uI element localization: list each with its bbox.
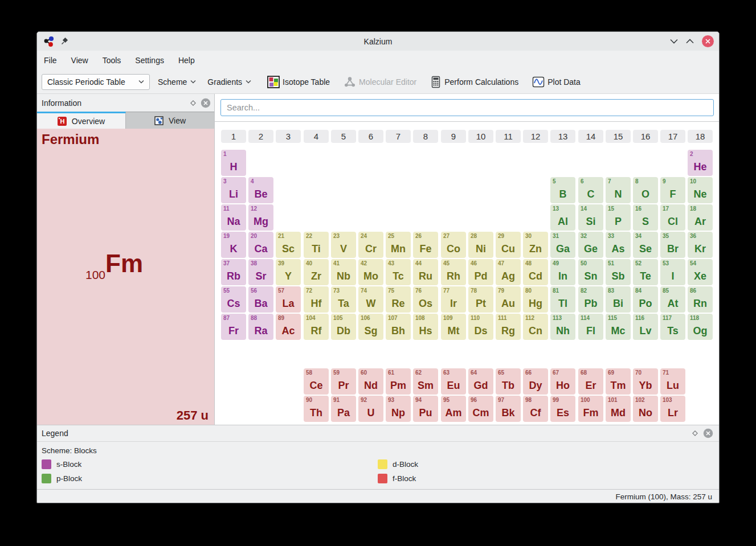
element-cell-Br[interactable]: 35Br: [660, 232, 685, 258]
element-cell-Bh[interactable]: 107Bh: [386, 314, 411, 340]
element-cell-No[interactable]: 102No: [633, 396, 658, 422]
element-cell-Pd[interactable]: 46Pd: [468, 259, 493, 285]
element-cell-Fe[interactable]: 26Fe: [413, 232, 438, 258]
element-cell-Hg[interactable]: 80Hg: [523, 286, 548, 313]
element-cell-K[interactable]: 19K: [221, 232, 246, 258]
element-cell-Nh[interactable]: 113Nh: [550, 314, 575, 340]
element-cell-Ho[interactable]: 67Ho: [550, 368, 575, 395]
element-cell-Se[interactable]: 34Se: [633, 232, 658, 258]
element-cell-Tc[interactable]: 43Tc: [386, 259, 411, 285]
element-cell-Zn[interactable]: 30Zn: [523, 232, 548, 258]
element-cell-Zr[interactable]: 40Zr: [304, 259, 329, 285]
element-cell-He[interactable]: 2He: [688, 150, 713, 176]
element-cell-Og[interactable]: 118Og: [688, 314, 713, 340]
element-cell-F[interactable]: 9F: [660, 177, 685, 203]
element-cell-Ba[interactable]: 56Ba: [248, 286, 273, 313]
tab-overview[interactable]: H Overview: [37, 112, 126, 129]
element-cell-Re[interactable]: 75Re: [386, 286, 411, 313]
element-cell-Mt[interactable]: 109Mt: [441, 314, 466, 340]
element-cell-Sm[interactable]: 62Sm: [413, 368, 438, 395]
element-cell-La[interactable]: 57La: [276, 286, 301, 313]
element-cell-Ne[interactable]: 10Ne: [688, 177, 713, 203]
element-cell-Ge[interactable]: 32Ge: [578, 232, 603, 258]
element-cell-Yb[interactable]: 70Yb: [633, 368, 658, 395]
element-cell-Cr[interactable]: 24Cr: [358, 232, 383, 258]
element-cell-Mc[interactable]: 115Mc: [606, 314, 631, 340]
element-cell-Cd[interactable]: 48Cd: [523, 259, 548, 285]
element-cell-Np[interactable]: 93Np: [386, 396, 411, 422]
element-cell-Ta[interactable]: 73Ta: [331, 286, 356, 313]
element-cell-Cs[interactable]: 55Cs: [221, 286, 246, 313]
element-cell-Ds[interactable]: 110Ds: [468, 314, 493, 340]
element-cell-Te[interactable]: 52Te: [633, 259, 658, 285]
element-cell-Lr[interactable]: 103Lr: [660, 396, 685, 422]
element-cell-Hs[interactable]: 108Hs: [413, 314, 438, 340]
element-cell-W[interactable]: 74W: [358, 286, 383, 313]
element-cell-C[interactable]: 6C: [578, 177, 603, 203]
element-cell-Al[interactable]: 13Al: [550, 204, 575, 231]
element-cell-Ce[interactable]: 58Ce: [304, 368, 329, 395]
table-type-select[interactable]: Classic Periodic Table: [42, 74, 150, 90]
element-cell-Pa[interactable]: 91Pa: [331, 396, 356, 422]
element-cell-Rn[interactable]: 86Rn: [688, 286, 713, 313]
element-cell-Tm[interactable]: 69Tm: [606, 368, 631, 395]
element-cell-Bk[interactable]: 97Bk: [496, 396, 521, 422]
element-cell-Pm[interactable]: 61Pm: [386, 368, 411, 395]
element-cell-O[interactable]: 8O: [633, 177, 658, 203]
element-cell-Cl[interactable]: 17Cl: [660, 204, 685, 231]
element-cell-U[interactable]: 92U: [358, 396, 383, 422]
element-cell-Xe[interactable]: 54Xe: [688, 259, 713, 285]
element-cell-Ni[interactable]: 28Ni: [468, 232, 493, 258]
perform-calculations-button[interactable]: Perform Calculations: [430, 76, 518, 88]
element-cell-Cf[interactable]: 98Cf: [523, 396, 548, 422]
element-cell-B[interactable]: 5B: [550, 177, 575, 203]
isotope-table-button[interactable]: Isotope Table: [267, 76, 330, 88]
element-cell-Ag[interactable]: 47Ag: [496, 259, 521, 285]
search-input[interactable]: [220, 99, 714, 116]
menu-item-help[interactable]: Help: [178, 56, 195, 65]
element-cell-Ra[interactable]: 88Ra: [248, 314, 273, 340]
element-cell-Ts[interactable]: 117Ts: [660, 314, 685, 340]
gradients-button[interactable]: Gradients: [207, 77, 251, 87]
element-cell-I[interactable]: 53I: [660, 259, 685, 285]
element-cell-Cn[interactable]: 112Cn: [523, 314, 548, 340]
element-cell-Sc[interactable]: 21Sc: [276, 232, 301, 258]
element-cell-Pr[interactable]: 59Pr: [331, 368, 356, 395]
element-cell-Rh[interactable]: 45Rh: [441, 259, 466, 285]
element-cell-Ac[interactable]: 89Ac: [276, 314, 301, 340]
tab-view[interactable]: View: [126, 112, 214, 129]
element-cell-Nb[interactable]: 41Nb: [331, 259, 356, 285]
element-cell-Ar[interactable]: 18Ar: [688, 204, 713, 231]
element-cell-N[interactable]: 7N: [606, 177, 631, 203]
element-cell-Rb[interactable]: 37Rb: [221, 259, 246, 285]
element-cell-Lu[interactable]: 71Lu: [660, 368, 685, 395]
element-cell-As[interactable]: 33As: [606, 232, 631, 258]
element-cell-Db[interactable]: 105Db: [331, 314, 356, 340]
element-cell-Si[interactable]: 14Si: [578, 204, 603, 231]
element-cell-Es[interactable]: 99Es: [550, 396, 575, 422]
element-cell-Ir[interactable]: 77Ir: [441, 286, 466, 313]
element-cell-Li[interactable]: 3Li: [221, 177, 246, 203]
menu-item-file[interactable]: File: [44, 56, 57, 65]
element-cell-Pu[interactable]: 94Pu: [413, 396, 438, 422]
element-cell-P[interactable]: 15P: [606, 204, 631, 231]
element-cell-Be[interactable]: 4Be: [248, 177, 273, 203]
float-panel-icon[interactable]: [692, 430, 698, 437]
element-cell-Sn[interactable]: 50Sn: [578, 259, 603, 285]
element-cell-Cu[interactable]: 29Cu: [496, 232, 521, 258]
element-cell-Mg[interactable]: 12Mg: [248, 204, 273, 231]
element-cell-Ru[interactable]: 44Ru: [413, 259, 438, 285]
element-cell-Sr[interactable]: 38Sr: [248, 259, 273, 285]
element-cell-Sb[interactable]: 51Sb: [606, 259, 631, 285]
close-panel-icon[interactable]: [201, 98, 211, 108]
element-cell-Po[interactable]: 84Po: [633, 286, 658, 313]
element-cell-Er[interactable]: 68Er: [578, 368, 603, 395]
element-cell-At[interactable]: 85At: [660, 286, 685, 313]
element-cell-Cm[interactable]: 96Cm: [468, 396, 493, 422]
menu-item-settings[interactable]: Settings: [135, 56, 164, 65]
element-cell-Fm[interactable]: 100Fm: [578, 396, 603, 422]
element-cell-V[interactable]: 23V: [331, 232, 356, 258]
element-cell-Fr[interactable]: 87Fr: [221, 314, 246, 340]
element-cell-Eu[interactable]: 63Eu: [441, 368, 466, 395]
float-panel-icon[interactable]: [190, 100, 197, 106]
